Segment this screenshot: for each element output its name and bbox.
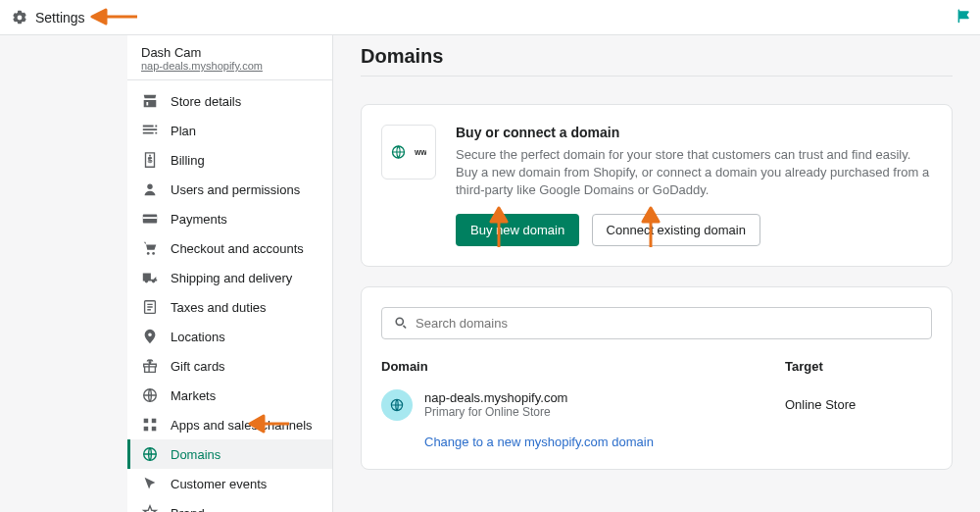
sidebar-item-label: Locations [171, 330, 225, 344]
sidebar-item-label: Brand [171, 506, 205, 513]
sidebar-item-customer-events[interactable]: Customer events [127, 469, 332, 498]
sidebar-item-domains[interactable]: Domains [127, 439, 332, 469]
truck-icon [141, 269, 159, 286]
sidebar-item-label: Shipping and delivery [171, 271, 292, 285]
search-domains-input[interactable] [381, 307, 932, 339]
payments-icon [141, 210, 159, 228]
search-wrap [381, 307, 932, 339]
divider [361, 76, 953, 77]
location-icon [141, 328, 159, 345]
sidebar-item-shipping[interactable]: Shipping and delivery [127, 263, 332, 292]
sidebar-item-label: Plan [171, 124, 196, 138]
sidebar-header: Dash Cam nap-deals.myshopify.com [127, 35, 332, 80]
buy-new-domain-button[interactable]: Buy new domain [456, 214, 579, 246]
billing-icon: $ [141, 151, 159, 169]
sidebar-item-label: Checkout and accounts [171, 241, 304, 256]
svg-rect-9 [152, 419, 157, 424]
apps-icon [141, 416, 159, 434]
sidebar-item-label: Customer events [171, 477, 267, 491]
globe-icon [141, 386, 159, 404]
page-title: Domains [361, 45, 953, 68]
sidebar-item-label: Domains [171, 447, 220, 462]
sidebar-item-label: Payments [171, 212, 227, 227]
sidebar-item-taxes[interactable]: Taxes and duties [127, 292, 332, 322]
users-icon [141, 180, 159, 198]
www-icon: WWW [381, 125, 436, 179]
svg-point-5 [152, 252, 155, 255]
sidebar-item-locations[interactable]: Locations [127, 322, 332, 351]
svg-rect-10 [144, 427, 149, 432]
sidebar-item-billing[interactable]: $Billing [127, 145, 332, 175]
cursor-icon [141, 475, 159, 492]
sidebar-item-store-details[interactable]: Store details [127, 86, 332, 116]
svg-point-4 [147, 252, 150, 255]
store-icon [141, 92, 159, 110]
col-target-header: Target [785, 359, 932, 374]
domain-avatar [381, 389, 413, 421]
promo-card: WWW Buy or connect a domain Secure the p… [361, 104, 953, 267]
settings-sidebar: Dash Cam nap-deals.myshopify.com Store d… [127, 35, 333, 512]
sidebar-item-users[interactable]: Users and permissions [127, 175, 332, 204]
gear-icon [12, 10, 27, 26]
connect-existing-domain-button[interactable]: Connect existing domain [592, 214, 760, 246]
promo-body-text: Secure the perfect domain for your store… [456, 146, 932, 200]
domain-target: Online Store [785, 397, 932, 412]
sidebar-item-label: Users and permissions [171, 182, 300, 197]
sidebar-item-label: Apps and sales channels [171, 418, 313, 433]
sidebar-item-brand[interactable]: Brand [127, 498, 332, 512]
svg-rect-11 [152, 427, 157, 432]
sidebar-item-label: Taxes and duties [171, 300, 267, 315]
sidebar-item-markets[interactable]: Markets [127, 381, 332, 410]
svg-text:$: $ [147, 155, 152, 165]
main-content: Domains WWW Buy or connect a domain Secu… [333, 35, 980, 512]
svg-text:WWW: WWW [415, 149, 426, 156]
plan-icon [141, 122, 159, 139]
sidebar-nav: Store details Plan $Billing Users and pe… [127, 80, 332, 512]
sidebar-item-gift-cards[interactable]: Gift cards [127, 351, 332, 381]
domain-row[interactable]: nap-deals.myshopify.com Primary for Onli… [381, 382, 932, 429]
settings-title: Settings [35, 10, 85, 26]
table-header: Domain Target [381, 351, 932, 382]
flag-icon[interactable] [956, 8, 972, 27]
domain-name: nap-deals.myshopify.com [424, 390, 785, 405]
store-url[interactable]: nap-deals.myshopify.com [141, 60, 318, 72]
col-domain-header: Domain [381, 359, 785, 374]
sidebar-item-apps[interactable]: Apps and sales channels [127, 410, 332, 439]
change-domain-link[interactable]: Change to a new myshopify.com domain [381, 429, 932, 449]
svg-rect-8 [144, 419, 149, 424]
cart-icon [141, 239, 159, 257]
sidebar-item-label: Gift cards [171, 359, 225, 374]
promo-heading: Buy or connect a domain [456, 125, 932, 140]
topbar: Settings [0, 0, 980, 35]
svg-rect-3 [143, 217, 157, 219]
domain-subtext: Primary for Online Store [424, 405, 785, 419]
sidebar-item-plan[interactable]: Plan [127, 116, 332, 145]
search-icon [393, 315, 409, 331]
domains-card: Domain Target nap-deals.myshopify.com Pr… [361, 286, 953, 470]
sidebar-item-label: Markets [171, 388, 216, 403]
sidebar-item-label: Store details [171, 94, 241, 109]
sidebar-item-checkout[interactable]: Checkout and accounts [127, 233, 332, 263]
sidebar-item-label: Billing [171, 153, 205, 168]
sidebar-item-payments[interactable]: Payments [127, 204, 332, 233]
store-name: Dash Cam [141, 45, 318, 60]
taxes-icon [141, 298, 159, 316]
svg-point-1 [147, 184, 152, 189]
gift-icon [141, 357, 159, 375]
brand-icon [141, 504, 159, 512]
globe-icon [141, 445, 159, 463]
